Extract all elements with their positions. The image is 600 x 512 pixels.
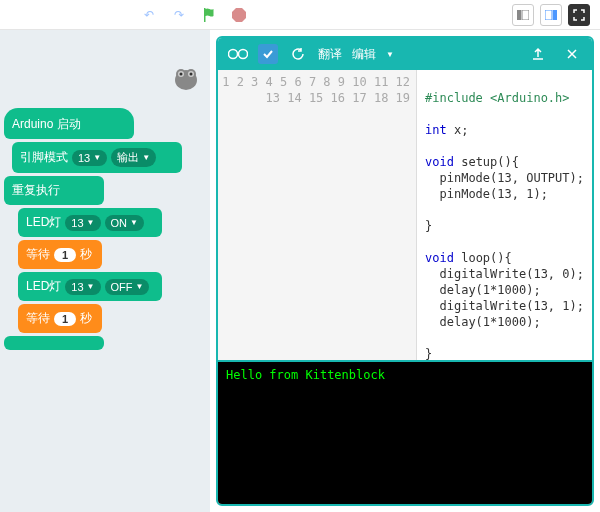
wait-value[interactable]: 1 xyxy=(54,248,76,262)
check-icon[interactable] xyxy=(258,44,278,64)
state-dropdown[interactable]: ON▼ xyxy=(105,215,144,231)
block-label: LED灯 xyxy=(26,214,61,231)
svg-rect-2 xyxy=(522,10,529,20)
block-pinmode[interactable]: 引脚模式 13▼ 输出▼ xyxy=(12,142,182,173)
console-line: Hello from Kittenblock xyxy=(226,368,385,382)
block-label: LED灯 xyxy=(26,278,61,295)
block-label: 等待 xyxy=(26,310,50,327)
block-forever[interactable]: 重复执行 xyxy=(4,176,104,205)
arduino-icon[interactable] xyxy=(228,44,248,64)
svg-point-12 xyxy=(229,50,238,59)
block-wait-1[interactable]: 等待 1 秒 xyxy=(18,240,102,269)
block-label: 重复执行 xyxy=(12,182,60,199)
edit-link[interactable]: 编辑 xyxy=(352,46,376,63)
block-wait-2[interactable]: 等待 1 秒 xyxy=(18,304,102,333)
block-forever-end[interactable] xyxy=(4,336,104,350)
block-led-off[interactable]: LED灯 13▼ OFF▼ xyxy=(18,272,162,301)
svg-point-13 xyxy=(239,50,248,59)
svg-marker-0 xyxy=(232,8,246,22)
green-flag-icon[interactable] xyxy=(200,6,218,24)
code-header: 翻译 编辑 ▼ xyxy=(218,38,592,70)
sprite-owl-icon xyxy=(170,60,202,92)
block-label: Arduino 启动 xyxy=(12,116,81,133)
blocks-workspace[interactable]: Arduino 启动 引脚模式 13▼ 输出▼ 重复执行 LED灯 13▼ ON… xyxy=(0,30,210,512)
refresh-icon[interactable] xyxy=(288,44,308,64)
mode-dropdown[interactable]: 输出▼ xyxy=(111,148,156,167)
wait-unit: 秒 xyxy=(80,310,92,327)
fullscreen-button[interactable] xyxy=(568,4,590,26)
serial-console[interactable]: Hello from Kittenblock xyxy=(218,360,592,504)
pin-dropdown[interactable]: 13▼ xyxy=(65,279,100,295)
state-dropdown[interactable]: OFF▼ xyxy=(105,279,150,295)
code-panel: 翻译 编辑 ▼ 1 2 3 4 5 6 7 8 9 10 11 12 13 14… xyxy=(216,36,594,506)
code-text[interactable]: #include <Arduino.h> int x; void setup()… xyxy=(417,70,592,360)
stop-icon[interactable] xyxy=(230,6,248,24)
redo-icon[interactable]: ↷ xyxy=(170,6,188,24)
topbar: ↶ ↷ xyxy=(0,0,600,30)
block-label: 等待 xyxy=(26,246,50,263)
translate-link[interactable]: 翻译 xyxy=(318,46,342,63)
svg-rect-1 xyxy=(517,10,521,20)
upload-icon[interactable] xyxy=(528,44,548,64)
code-editor[interactable]: 1 2 3 4 5 6 7 8 9 10 11 12 13 14 15 16 1… xyxy=(218,70,592,360)
layout-2-button[interactable] xyxy=(540,4,562,26)
undo-icon[interactable]: ↶ xyxy=(140,6,158,24)
wait-unit: 秒 xyxy=(80,246,92,263)
block-label: 引脚模式 xyxy=(20,149,68,166)
block-led-on[interactable]: LED灯 13▼ ON▼ xyxy=(18,208,162,237)
close-icon[interactable] xyxy=(562,44,582,64)
svg-rect-4 xyxy=(553,10,557,20)
block-arduino-start[interactable]: Arduino 启动 xyxy=(4,108,134,139)
svg-point-10 xyxy=(180,73,183,76)
svg-point-11 xyxy=(190,73,193,76)
line-gutter: 1 2 3 4 5 6 7 8 9 10 11 12 13 14 15 16 1… xyxy=(218,70,417,360)
pin-dropdown[interactable]: 13▼ xyxy=(72,150,107,166)
pin-dropdown[interactable]: 13▼ xyxy=(65,215,100,231)
svg-rect-3 xyxy=(545,10,552,20)
wait-value[interactable]: 1 xyxy=(54,312,76,326)
layout-1-button[interactable] xyxy=(512,4,534,26)
